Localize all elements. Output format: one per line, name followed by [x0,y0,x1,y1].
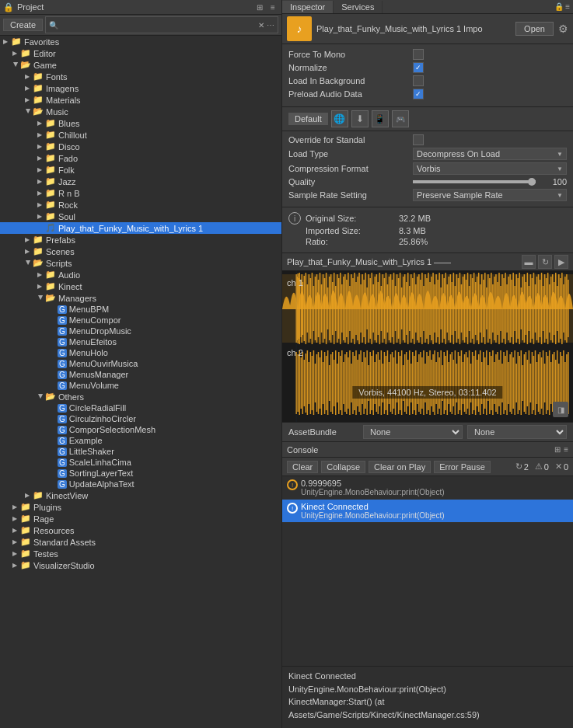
quality-slider[interactable] [413,180,536,183]
tree-item-comporselectionmesh[interactable]: ▶ G ComporSelectionMesh [0,424,281,435]
tab-inspector[interactable]: Inspector [282,1,334,13]
platform-web-btn[interactable]: 🌐 [331,110,348,127]
tree-label: MenuEfeitos [69,337,117,347]
tree-item-example[interactable]: ▶ G Example [0,435,281,446]
preload-audio-checkbox[interactable]: ✓ [413,89,424,99]
tree-item-visualizerstudio[interactable]: ▶ 📁 VisualizerStudio [0,559,281,571]
lock-icon[interactable]: 🔒 [554,2,564,11]
tree-item-rage[interactable]: ▶ 📁 Rage [0,513,281,524]
override-checkbox[interactable] [413,134,424,145]
collapse-button[interactable]: Collapse [321,461,365,473]
tree-item-chillout[interactable]: ▶ 📁 Chillout [0,129,281,141]
assetbundle-select[interactable]: None [363,425,463,439]
waveform-play-btn[interactable]: ▶ [554,255,568,269]
tree-item-rock[interactable]: ▶ 📁 Rock [0,199,281,211]
dropdown-arrow-icon: ▼ [557,165,563,172]
tree-item-rnb[interactable]: ▶ 📁 R n B [0,187,281,199]
tree-label: MenuHolo [69,348,108,357]
tree-label: Prefabs [46,235,75,245]
tree-item-others[interactable]: ▶ 📂 Others [0,391,281,402]
tree-item-circleradialfill[interactable]: ▶ G CircleRadialFill [0,402,281,413]
tree-item-menubpm[interactable]: ▶ G MenuBPM [0,304,281,315]
tree-item-standardassets[interactable]: ▶ 📁 Standard Assets [0,536,281,548]
tree-item-kinect-scripts[interactable]: ▶ 📁 Kinect [0,280,281,292]
force-to-mono-checkbox[interactable] [413,49,424,60]
tree-item-editor[interactable]: ▶ 📁 Editor [0,47,281,59]
tree-item-game[interactable]: ▶ 📂 Game [0,59,281,71]
tree-item-scenes[interactable]: ▶ 📁 Scenes [0,246,281,257]
assetbundle-variant-select[interactable]: None [467,425,567,439]
search-input[interactable] [61,18,256,32]
tree-item-testes[interactable]: ▶ 📁 Testes [0,548,281,559]
folder-icon: 📁 [45,270,56,280]
search-clear-icon[interactable]: ✕ [258,21,264,30]
clear-on-play-button[interactable]: Clear on Play [369,461,431,473]
tree-item-scripts[interactable]: ▶ 📂 Scripts [0,257,281,269]
clear-button[interactable]: Clear [287,461,318,473]
error-pause-button[interactable]: Error Pause [434,461,491,473]
tree-item-littleshaker[interactable]: ▶ G LittleShaker [0,446,281,457]
tree-item-kinectview[interactable]: ▶ 📁 KinectView [0,489,281,501]
tree-item-play-that-funky[interactable]: ▶ 🎵 Play_that_Funky_Music_with_Lyrics 1 [0,222,281,234]
pin-icon[interactable]: ⊞ [554,445,561,454]
tree-item-menudropmusic[interactable]: ▶ G MenuDropMusic [0,326,281,336]
console-entries: ! 0.9999695 UnityEngine.MonoBehaviour:pr… [282,476,573,666]
tree-item-favorites[interactable]: ▶ 📁 Favorites [0,36,281,47]
tree-item-menuouvirmusica[interactable]: ▶ G MenuOuvirMusica [0,358,281,369]
tree-item-updatealphatext[interactable]: ▶ G UpdateAlphaText [0,479,281,489]
open-button[interactable]: Open [515,22,554,36]
tree-label: Others [58,392,84,402]
tree-item-menuefeitos[interactable]: ▶ G MenuEfeitos [0,336,281,347]
entry-text: 0.9999695 [301,479,445,488]
console-entry[interactable]: ! Kinect Connected UnityEngine.MonoBehav… [282,500,573,523]
tree-item-menucompor[interactable]: ▶ G MenuCompor [0,315,281,326]
sample-rate-dropdown[interactable]: Preserve Sample Rate ▼ [413,189,567,201]
tree-item-jazz[interactable]: ▶ 📁 Jazz [0,176,281,187]
tree-item-circulzinhocircler[interactable]: ▶ G CirculzinhoCircler [0,413,281,424]
gear-icon[interactable]: ⚙ [558,23,568,35]
tree-item-menusmanager[interactable]: ▶ G MenusManager [0,369,281,380]
tree-item-materials[interactable]: ▶ 📁 Materials [0,94,281,106]
arrow-icon: ▶ [12,50,19,57]
tree-item-blues[interactable]: ▶ 📁 Blues [0,117,281,129]
compression-dropdown[interactable]: Vorbis ▼ [413,162,567,175]
menu-icon[interactable]: ≡ [267,2,278,12]
platform-gamepad-btn[interactable]: 🎮 [392,110,409,127]
normalize-checkbox[interactable]: ✓ [413,62,424,73]
tree-item-managers[interactable]: ▶ 📂 Managers [0,292,281,304]
platform-mobile-btn[interactable]: 📱 [372,110,389,127]
tree-item-plugins[interactable]: ▶ 📁 Plugins [0,501,281,513]
tree-item-scalelinhacima[interactable]: ▶ G ScaleLinhaCima [0,457,281,468]
compression-value: Vorbis [417,164,441,173]
tree-item-folk[interactable]: ▶ 📁 Folk [0,164,281,176]
tree-item-menuvolume[interactable]: ▶ G MenuVolume [0,380,281,391]
tree-item-audio[interactable]: ▶ 📁 Audio [0,269,281,280]
warning-icon: ⚠ [535,462,543,472]
pin-icon[interactable]: ⊞ [254,2,265,12]
load-type-dropdown[interactable]: Decompress On Load ▼ [413,148,567,160]
waveform-refresh-btn[interactable]: ↻ [538,255,552,269]
menu-icon[interactable]: ≡ [565,2,570,11]
tree-item-fonts[interactable]: ▶ 📁 Fonts [0,71,281,82]
tree-item-fado[interactable]: ▶ 📁 Fado [0,152,281,164]
menu-icon[interactable]: ≡ [564,445,568,454]
waveform-corner-icon[interactable]: ◨ [553,402,568,417]
waveform-vol-btn[interactable]: ▬ [522,255,536,269]
script-icon: G [58,360,67,368]
script-icon: G [58,426,67,434]
tree-item-disco[interactable]: ▶ 📁 Disco [0,141,281,152]
tree-item-sortinglayertext[interactable]: ▶ G SortingLayerText [0,468,281,479]
tree-item-menuholo[interactable]: ▶ G MenuHolo [0,347,281,358]
search-options-icon[interactable]: ⋯ [267,21,274,30]
platform-download-btn[interactable]: ⬇ [351,110,369,127]
tree-item-soul[interactable]: ▶ 📁 Soul [0,211,281,222]
console-entry[interactable]: ! 0.9999695 UnityEngine.MonoBehaviour:pr… [282,476,573,500]
tree-item-resources[interactable]: ▶ 📁 Resources [0,524,281,536]
dropdown-arrow-icon: ▼ [557,192,563,199]
tree-item-imagens[interactable]: ▶ 📁 Imagens [0,82,281,94]
tab-services[interactable]: Services [334,1,383,13]
tree-item-prefabs[interactable]: ▶ 📁 Prefabs [0,234,281,246]
tree-item-music[interactable]: ▶ 📂 Music [0,106,281,117]
create-button[interactable]: Create [3,19,43,31]
load-in-background-checkbox[interactable] [413,75,424,86]
